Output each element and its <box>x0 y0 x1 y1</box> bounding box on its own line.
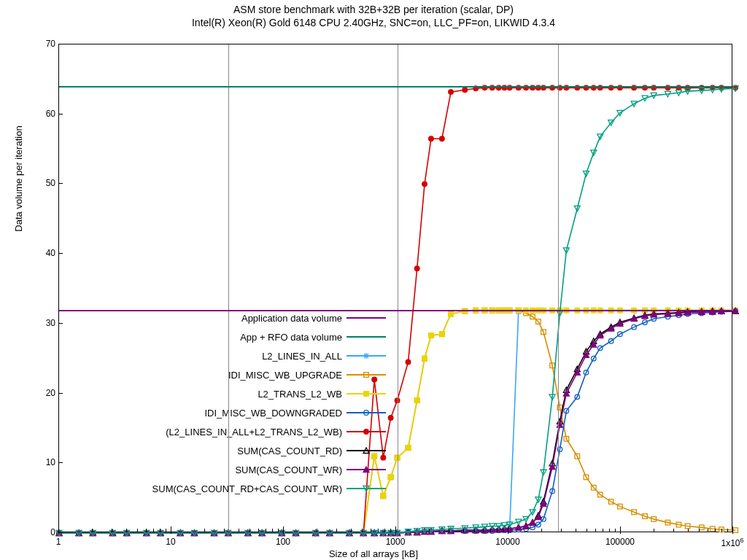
svg-point-443 <box>406 359 411 365</box>
legend-swatch-l2in <box>347 349 386 362</box>
legend-swatch-wbu <box>347 368 386 381</box>
x-tick-10: 10 <box>166 537 175 547</box>
legend-item-wbu: IDI_MISC_WB_UPGRADE <box>101 365 386 384</box>
legend-label-sum_cas: SUM(CAS_COUNT_RD+CAS_COUNT_WR) <box>152 483 347 494</box>
legend-label-l2wb: L2_TRANS_L2_WB <box>258 389 347 400</box>
svg-rect-664 <box>364 373 369 378</box>
chart-title: ASM store benchmark with 32B+32B per ite… <box>0 3 747 29</box>
svg-rect-326 <box>429 333 434 338</box>
y-tick-30: 30 <box>46 318 55 328</box>
legend-swatch-l2wb <box>347 387 386 400</box>
legend-label-wbd: IDI_MISC_WB_DOWNGRADED <box>204 408 347 419</box>
cache-vline-1 <box>398 44 398 532</box>
svg-point-446 <box>429 136 434 141</box>
legend-swatch-sum_cas <box>347 482 386 495</box>
legend-swatch-wr <box>347 463 386 476</box>
legend-item-wbd: IDI_MISC_WB_DOWNGRADED <box>101 403 386 422</box>
svg-marker-670 <box>363 486 369 492</box>
x-tick-100: 100 <box>276 537 290 547</box>
hline-app-32 <box>59 310 732 311</box>
legend-item-l2in: L2_LINES_IN_ALL <box>101 346 386 365</box>
y-tick-0: 0 <box>50 527 55 537</box>
legend-label-rd: SUM(CAS_COUNT_RD) <box>237 446 347 456</box>
legend: Application data volumeApp + RFO data vo… <box>101 308 386 498</box>
svg-point-444 <box>414 266 419 271</box>
cache-vline-2 <box>558 44 559 532</box>
legend-item-sum_cas: SUM(CAS_COUNT_RD+CAS_COUNT_WR) <box>101 479 386 498</box>
svg-rect-321 <box>388 475 393 480</box>
x-tick-1e6: 1x106 <box>721 537 743 548</box>
legend-item-rd: SUM(CAS_COUNT_RD) <box>101 441 386 460</box>
legend-label-wr: SUM(CAS_COUNT_WR) <box>235 464 347 475</box>
x-tick-100000: 100000 <box>605 537 635 547</box>
legend-label-l2in: L2_LINES_IN_ALL <box>262 351 347 362</box>
legend-label-app: Application data volume <box>241 313 347 324</box>
hline-rfo-64 <box>59 86 732 88</box>
legend-label-wbu: IDI_MISC_WB_UPGRADE <box>228 370 347 381</box>
title-line1: ASM store benchmark with 32B+32B per ite… <box>0 3 747 16</box>
plot-area: Application data volumeApp + RFO data vo… <box>58 44 732 532</box>
y-tick-60: 60 <box>46 109 55 119</box>
legend-item-rfo: App + RFO data volume <box>101 327 386 346</box>
legend-swatch-app <box>347 311 386 324</box>
svg-point-449 <box>462 88 468 93</box>
legend-swatch-rfo <box>347 330 386 343</box>
svg-rect-327 <box>440 332 445 337</box>
x-tick-1: 1 <box>56 537 61 547</box>
legend-label-rfo: App + RFO data volume <box>240 332 347 343</box>
legend-swatch-wbd <box>347 406 386 419</box>
x-tick-1000: 1000 <box>386 537 406 547</box>
y-axis-label: Data volume per iteration <box>13 69 24 288</box>
legend-label-sum_l2: (L2_LINES_IN_ALL+L2_TRANS_L2_WB) <box>166 427 347 438</box>
svg-rect-323 <box>406 446 411 451</box>
svg-marker-668 <box>363 448 369 454</box>
svg-point-448 <box>449 90 454 95</box>
y-tick-10: 10 <box>46 457 55 467</box>
svg-rect-325 <box>422 356 427 361</box>
cache-vline-0 <box>228 44 229 532</box>
x-axis-label: Size of all arrays [kB] <box>0 548 747 559</box>
svg-point-667 <box>364 429 369 435</box>
legend-swatch-rd <box>347 444 386 457</box>
y-tick-50: 50 <box>46 178 55 188</box>
svg-point-441 <box>388 416 393 421</box>
x-tick-10000: 10000 <box>495 537 519 547</box>
svg-point-447 <box>440 136 445 141</box>
legend-item-app: Application data volume <box>101 308 386 327</box>
title-line2: Intel(R) Xeon(R) Gold 6148 CPU 2.40GHz, … <box>0 16 747 29</box>
svg-point-445 <box>422 182 427 187</box>
legend-swatch-sum_l2 <box>347 425 386 438</box>
svg-rect-665 <box>364 392 369 397</box>
legend-item-wr: SUM(CAS_COUNT_WR) <box>101 460 386 479</box>
legend-item-l2wb: L2_TRANS_L2_WB <box>101 384 386 403</box>
y-tick-20: 20 <box>46 388 55 398</box>
svg-marker-669 <box>363 467 369 472</box>
y-tick-40: 40 <box>46 248 55 258</box>
svg-rect-324 <box>414 398 419 403</box>
svg-rect-328 <box>449 311 454 316</box>
legend-item-sum_l2: (L2_LINES_IN_ALL+L2_TRANS_L2_WB) <box>101 422 386 441</box>
svg-point-666 <box>364 411 369 416</box>
y-tick-70: 70 <box>46 39 55 49</box>
